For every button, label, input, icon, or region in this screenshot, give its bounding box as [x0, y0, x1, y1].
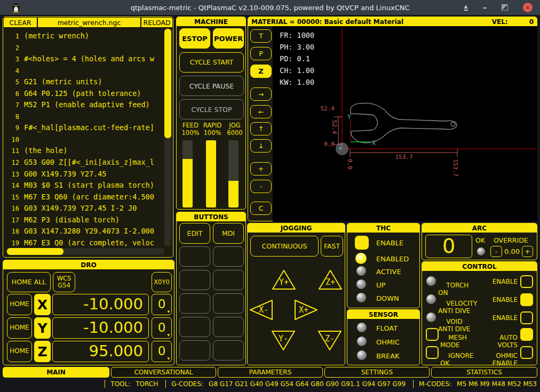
mdi-button[interactable]: MDI [213, 223, 244, 244]
cycle-stop-button[interactable]: CYCLE STOP [179, 99, 244, 119]
gcode-vertical-scrollbar[interactable] [164, 29, 171, 246]
material-bar: MATERIAL = 00000: Basic default Material… [248, 17, 537, 26]
gcode-line: 8 [7, 110, 163, 122]
velocity-value: 0 [529, 18, 534, 26]
clear-button[interactable]: CLEAR [4, 18, 37, 27]
jog-y-minus-button[interactable]: Y- [271, 330, 296, 352]
x-zero-label: 0 [158, 298, 166, 311]
preview-z-view-button[interactable]: Z [250, 65, 272, 78]
custom-button-slot[interactable] [179, 340, 210, 361]
keep-above-button[interactable]: ▲ [464, 4, 468, 11]
jog-z-minus-button[interactable]: Z- [317, 330, 342, 352]
zoom-out-button[interactable]: - [250, 180, 272, 193]
thc-enable-checkbox[interactable] [355, 236, 369, 250]
z-zero-button[interactable]: 0 ▾ [152, 341, 172, 362]
home-x-button[interactable]: HOME [7, 294, 32, 315]
svg-text:Y+: Y+ [279, 277, 289, 287]
wcs-button[interactable]: WCS G54 [53, 272, 75, 292]
cycle-start-button[interactable]: CYCLE START [179, 52, 244, 73]
pan-right-button[interactable]: → [250, 87, 272, 101]
arc-voltage-display: 0 [425, 235, 472, 258]
tool-value: TORCH [136, 380, 158, 388]
custom-button-slot[interactable] [213, 246, 244, 267]
tab-conversational[interactable]: CONVERSATIONAL [111, 367, 216, 378]
custom-button-slot[interactable] [213, 340, 244, 361]
custom-button-slot[interactable] [179, 293, 210, 314]
pan-up-button[interactable]: ↑ [250, 122, 272, 135]
tab-parameters[interactable]: PARAMETERS [218, 367, 323, 378]
preview-canvas[interactable]: FR: 1000 PH: 3.00 PD: 0.1 CH: 1.00 KW: 1… [273, 26, 537, 221]
status-divider [165, 380, 166, 388]
zoom-in-button[interactable]: + [250, 162, 272, 175]
home-y-button[interactable]: HOME [7, 317, 32, 339]
custom-button-slot[interactable] [179, 317, 210, 337]
rapid-slider[interactable] [206, 140, 216, 207]
arc-override-plus-button[interactable]: + [522, 246, 533, 257]
jog-slider[interactable] [228, 140, 239, 207]
material-label[interactable]: MATERIAL = 00000: Basic default Material [251, 18, 403, 26]
power-button[interactable]: POWER [213, 28, 244, 49]
ohmic-enable-checkbox[interactable] [520, 346, 533, 359]
restore-button[interactable] [502, 4, 508, 11]
torch-enable-checkbox[interactable] [520, 275, 533, 288]
jog-x-plus-button[interactable]: X+ [294, 299, 319, 321]
custom-button-slot[interactable] [213, 270, 244, 290]
jog-slider-fill [228, 181, 239, 207]
scrollbar-thumb[interactable] [7, 248, 63, 255]
z-zero-label: 0 [158, 345, 166, 358]
close-button[interactable]: ✕ [523, 3, 533, 12]
home-all-button[interactable]: HOME ALL [7, 272, 51, 292]
minimize-button[interactable]: – [483, 3, 487, 12]
custom-button-slot[interactable] [179, 270, 210, 290]
status-divider [105, 380, 105, 388]
control-panel-header: CONTROL [422, 262, 537, 271]
thc-active-led [356, 266, 366, 276]
jog-continuous-button[interactable]: CONTINUOUS [250, 236, 319, 257]
scrollbar-thumb[interactable] [164, 29, 171, 138]
gcode-line: 9F#<_hal[plasmac.cut-feed-rate] [7, 122, 163, 133]
arc-ok-label: OK [475, 236, 485, 244]
ignore-ok-checkbox[interactable] [426, 346, 439, 359]
x0y0-button[interactable]: X0Y0 [152, 272, 172, 292]
custom-button-slot[interactable] [213, 293, 244, 314]
preview-top-view-button[interactable]: T [250, 29, 272, 43]
auto-volts-checkbox[interactable] [520, 328, 533, 341]
pan-left-button[interactable]: ← [250, 105, 272, 118]
velocity-enable-checkbox[interactable] [520, 293, 533, 306]
edit-button[interactable]: EDIT [179, 223, 210, 244]
jog-x-minus-button[interactable]: X- [249, 299, 273, 321]
title-bar: qtplasmac-metric - QtPlasmaC v2.10-009.0… [0, 0, 540, 15]
thc-panel-header: THC [347, 223, 419, 233]
pan-down-button[interactable]: ↓ [250, 139, 272, 153]
tab-statistics[interactable]: STATISTICS [431, 367, 537, 378]
cycle-pause-button[interactable]: CYCLE PAUSE [179, 76, 244, 96]
tab-settings[interactable]: SETTINGS [324, 367, 430, 378]
thc-down-label: DOWN [376, 294, 399, 302]
jog-z-plus-button[interactable]: Z+ [318, 268, 343, 291]
jog-y-plus-button[interactable]: Y+ [272, 268, 296, 291]
gcode-line: 18G03 X147.3280 Y29.4073 I-2.000 [7, 225, 163, 237]
custom-button-slot[interactable] [213, 317, 244, 337]
y-zero-button[interactable]: 0 ▾ [152, 317, 172, 339]
preview-perspective-button[interactable]: P [250, 47, 272, 60]
mesh-mode-checkbox[interactable] [426, 328, 439, 341]
clear-plot-button[interactable]: C [250, 202, 272, 215]
void-enable-checkbox[interactable] [520, 311, 533, 324]
arc-override-minus-button[interactable]: - [490, 246, 502, 257]
tab-main[interactable]: MAIN [3, 367, 109, 378]
custom-button-slot[interactable] [179, 246, 210, 267]
rapid-value: 100% [201, 129, 224, 137]
reload-button[interactable]: RELOAD [141, 18, 172, 27]
feed-slider[interactable] [182, 140, 193, 207]
dropdown-caret-icon: ▾ [167, 333, 170, 338]
x-axis-label: X [372, 139, 376, 147]
jog-label: JOG [226, 122, 243, 129]
gcode-horizontal-scrollbar[interactable] [6, 248, 164, 255]
jogging-panel: JOGGING CONTINUOUS FAST Y+ Z+ X- X+ Y- Z… [247, 223, 345, 365]
estop-button[interactable]: ESTOP [179, 28, 210, 49]
x-zero-button[interactable]: 0 ▾ [152, 294, 172, 315]
home-z-button[interactable]: HOME [7, 341, 32, 362]
thc-enabled-led [355, 253, 367, 264]
gcode-viewer[interactable]: 1(metric wrench) 2 3#<holes> = 4 (holes … [7, 30, 163, 247]
jog-fast-button[interactable]: FAST [321, 236, 343, 257]
